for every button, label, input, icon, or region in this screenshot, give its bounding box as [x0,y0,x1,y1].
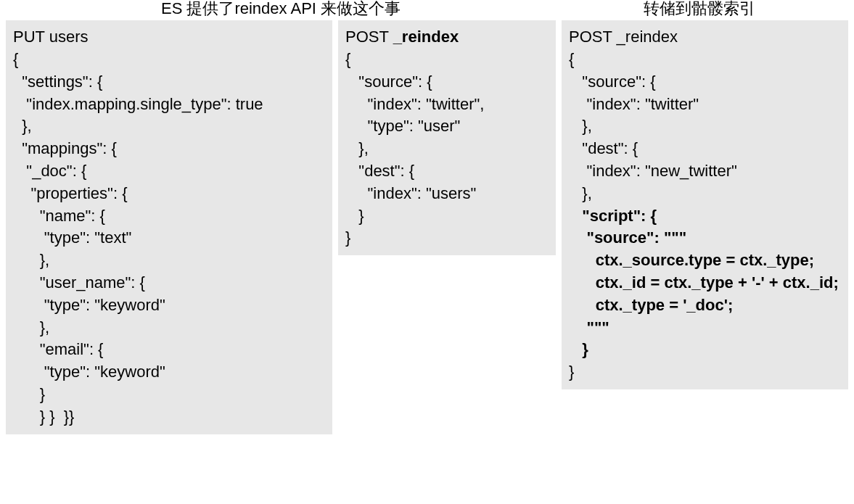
line-bold: _reindex [393,28,459,46]
line: }, [13,318,49,336]
line-bold: ctx._source.type = ctx._type; [569,251,814,269]
line: "index": "twitter", [345,95,484,113]
line: "email": { [13,340,103,358]
line: "index": "twitter" [569,95,699,113]
line: } [13,385,45,403]
line: }, [569,184,592,202]
line: }, [13,251,49,269]
heading-row: ES 提供了reindex API 来做这个事 转储到骷髅索引 [0,0,854,20]
line: "type": "keyword" [13,363,165,381]
line: } [569,363,574,381]
line: "type": "keyword" [13,296,165,314]
line: "source": { [345,73,432,91]
line-bold: ctx._type = '_doc'; [569,296,733,314]
line: }, [13,117,32,135]
line-bold: } [569,340,588,358]
line-bold: "script": { [569,207,657,225]
line: "type": "user" [345,117,460,135]
heading-right: 转储到骷髅索引 [556,0,842,17]
line: "dest": { [345,162,414,180]
line: { [13,50,18,68]
heading-left: ES 提供了reindex API 来做这个事 [6,0,556,17]
line: "index": "users" [345,184,476,202]
code-reindex-2: POST _reindex { "source": { "index": "tw… [562,20,848,389]
line: "dest": { [569,139,638,157]
line-bold: ctx._id = ctx._type + '-' + ctx._id; [569,273,839,292]
code-columns: PUT users { "settings": { "index.mapping… [0,20,854,434]
line: POST [345,28,393,46]
line: "properties": { [13,184,127,202]
line: "user_name": { [13,273,145,292]
line: } [345,228,350,247]
line: "index.mapping.single_type": true [13,95,263,113]
line: "mappings": { [13,139,117,157]
line: "type": "text" [13,228,131,247]
line: }, [345,139,369,157]
line: "settings": { [13,73,102,91]
line: { [569,50,574,68]
col-reindex-2: POST _reindex { "source": { "index": "tw… [562,20,848,389]
line: "source": { [569,73,656,91]
line: "name": { [13,207,105,225]
line: "_doc": { [13,162,86,180]
code-put-users: PUT users { "settings": { "index.mapping… [6,20,332,434]
line-bold: "source": """ [569,228,686,247]
line: PUT users [13,28,89,46]
line: "index": "new_twitter" [569,162,737,180]
line: } [345,207,364,225]
line: }, [569,117,592,135]
col-reindex-1: POST _reindex { "source": { "index": "tw… [338,20,556,255]
line: POST _reindex [569,28,678,46]
line: } } }} [13,408,74,426]
line-bold: """ [569,318,609,336]
col-put-users: PUT users { "settings": { "index.mapping… [6,20,332,434]
code-reindex-1: POST _reindex { "source": { "index": "tw… [338,20,556,255]
line: { [345,50,350,68]
